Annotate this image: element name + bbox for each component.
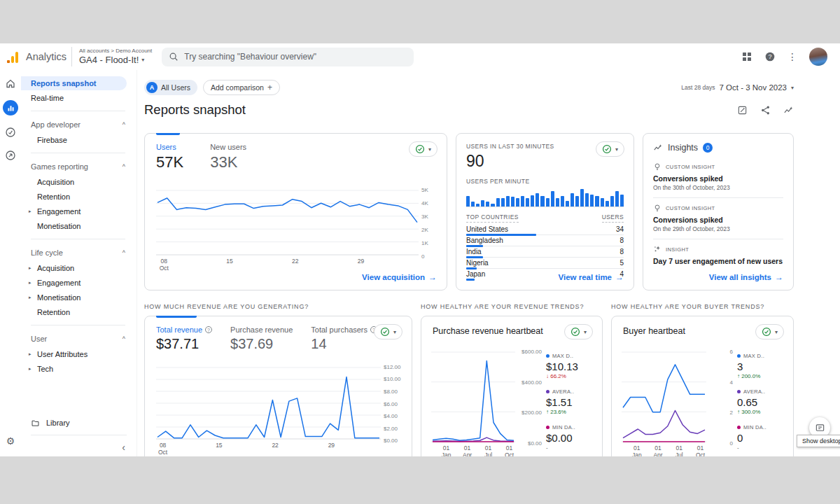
insight-item-0[interactable]: CUSTOM INSIGHTConversions spikedOn the 3… bbox=[653, 157, 783, 198]
metric-tab-new-users[interactable]: New users 33K bbox=[210, 143, 246, 172]
sidebar-item-retention[interactable]: Retention bbox=[21, 190, 136, 204]
data-quality-chip[interactable]: ▾ bbox=[596, 141, 624, 157]
metric-tab-purchase-revenue[interactable]: Purchase revenue $37.69 bbox=[230, 326, 293, 352]
per-minute-label: USERS PER MINUTE bbox=[466, 178, 624, 185]
help-icon[interactable]: ? bbox=[764, 51, 776, 62]
search-input[interactable] bbox=[184, 52, 407, 62]
user-avatar[interactable] bbox=[809, 48, 827, 66]
sidebar-section-label: Life cycle bbox=[31, 248, 63, 257]
y-tick-label: $6.00 bbox=[384, 400, 398, 407]
add-comparison-chip[interactable]: Add comparison + bbox=[203, 80, 280, 95]
countries-header: TOP COUNTRIES bbox=[466, 214, 519, 223]
sidebar-item-acquisition[interactable]: ▸Acquisition bbox=[21, 261, 136, 275]
sidebar-section-app-developer[interactable]: App developer^ bbox=[21, 117, 136, 132]
sidebar-item-acquisition[interactable]: Acquisition bbox=[21, 175, 136, 189]
x-tick-label: 01Oct bbox=[696, 445, 705, 456]
search-bar[interactable] bbox=[162, 48, 414, 66]
reports-sidebar: Reports snapshotReal-timeApp developer^F… bbox=[21, 70, 137, 456]
collapse-sidebar-button[interactable]: ‹ bbox=[21, 438, 136, 456]
insights-icon bbox=[653, 143, 663, 153]
country-name: India bbox=[466, 248, 624, 255]
arrow-right-icon: → bbox=[615, 272, 624, 282]
minute-bar bbox=[521, 196, 524, 206]
sidebar-item-label: Engagement bbox=[37, 207, 80, 216]
country-users-value: 8 bbox=[620, 237, 624, 244]
sidebar-item-library[interactable]: Library bbox=[21, 414, 136, 432]
insight-item-2[interactable]: INSIGHTDay 7 user engagement of new user… bbox=[653, 239, 783, 272]
metric-tab-total-revenue[interactable]: Total revenue? $37.71 bbox=[156, 326, 212, 352]
sidebar-item-monetisation[interactable]: Monetisation bbox=[21, 219, 136, 233]
sidebar-item-firebase[interactable]: Firebase bbox=[21, 133, 136, 147]
expand-arrow-icon: ▸ bbox=[29, 295, 31, 300]
sidebar-item-label: Firebase bbox=[37, 136, 67, 144]
account-property-selector[interactable]: All accounts > Demo Account GA4 - Flood-… bbox=[79, 48, 152, 65]
y-tick-label: $0.00 bbox=[528, 440, 542, 447]
sidebar-item-engagement[interactable]: ▸Engagement bbox=[21, 204, 136, 218]
admin-gear-icon[interactable]: ⚙ bbox=[6, 435, 15, 447]
metric-tab-total-purchasers[interactable]: Total purchasers? 14 bbox=[311, 326, 377, 352]
legend-dot bbox=[546, 390, 550, 393]
advertising-icon[interactable] bbox=[4, 149, 17, 162]
purchase-revenue-heartbeat-card: Purchase revenue heartbeat ▾ $600.00$400… bbox=[421, 316, 603, 456]
data-quality-chip[interactable]: ▾ bbox=[564, 324, 593, 340]
check-circle-icon bbox=[570, 327, 580, 337]
metric-tab-users[interactable]: Users 57K bbox=[156, 143, 183, 172]
explore-icon[interactable] bbox=[4, 126, 17, 139]
sidebar-item-monetisation[interactable]: ▸Monetisation bbox=[21, 290, 136, 304]
minute-bar bbox=[536, 193, 539, 206]
info-icon[interactable]: ? bbox=[205, 326, 212, 333]
minute-bar bbox=[575, 196, 579, 206]
sidebar-item-engagement[interactable]: ▸Engagement bbox=[21, 276, 136, 290]
sidebar-item-real-time[interactable]: Real-time bbox=[21, 91, 136, 105]
legend-label-row: MAX D.. bbox=[546, 353, 598, 359]
expand-arrow-icon: ▸ bbox=[29, 366, 31, 372]
minute-bar bbox=[606, 201, 609, 206]
reports-icon[interactable] bbox=[3, 100, 18, 115]
topbar-divider bbox=[71, 47, 72, 66]
check-circle-icon bbox=[380, 327, 390, 337]
realtime-card: USERS IN LAST 30 MINUTES 90 USERS PER MI… bbox=[456, 133, 634, 290]
y-tick-label: $12.00 bbox=[384, 364, 400, 370]
more-menu-icon[interactable]: ⋮ bbox=[788, 51, 797, 62]
share-icon[interactable] bbox=[760, 105, 771, 115]
insights-card: Insights 0 CUSTOM INSIGHTConversions spi… bbox=[643, 133, 794, 290]
legend-label-row: MAX D.. bbox=[737, 353, 789, 359]
all-users-chip[interactable]: A All Users bbox=[144, 80, 197, 95]
y-tick-label: 6 bbox=[730, 349, 733, 355]
view-acquisition-link[interactable]: View acquisition→ bbox=[362, 272, 437, 282]
chevron-down-icon: ▾ bbox=[791, 85, 794, 91]
view-realtime-link[interactable]: View real time→ bbox=[559, 272, 624, 282]
date-range-picker[interactable]: Last 28 days 7 Oct - 3 Nov 2023 ▾ bbox=[681, 83, 794, 92]
insight-subtitle: On the 29th of October, 2023 bbox=[653, 225, 783, 232]
analytics-logo[interactable]: Analytics bbox=[7, 50, 69, 63]
sidebar-section-life-cycle[interactable]: Life cycle^ bbox=[21, 245, 136, 260]
sidebar-section-user[interactable]: User^ bbox=[21, 331, 136, 346]
data-quality-chip[interactable]: ▾ bbox=[374, 324, 402, 340]
sidebar-item-tech[interactable]: ▸Tech bbox=[21, 362, 136, 376]
sidebar-item-retention[interactable]: Retention bbox=[21, 305, 136, 319]
sidebar-item-label: Tech bbox=[37, 365, 53, 373]
users-overview-card: Users 57K New users 33K ▾ bbox=[144, 133, 447, 290]
active-tab-indicator bbox=[156, 133, 180, 135]
data-quality-chip[interactable]: ▾ bbox=[755, 324, 784, 340]
legend-item-max-d: MAX D..$10.13↓ 66.2% bbox=[546, 353, 598, 379]
buyer-heartbeat-card: Buyer heartbeat ▾ 6420 01Jan01Apr01Jul01… bbox=[611, 316, 794, 456]
view-all-insights-link[interactable]: View all insights→ bbox=[709, 272, 783, 282]
customize-report-icon[interactable] bbox=[737, 105, 748, 115]
minute-bar bbox=[511, 197, 514, 206]
sidebar-item-user-attributes[interactable]: ▸User Attributes bbox=[21, 347, 136, 361]
minute-bar bbox=[540, 196, 544, 206]
main-content: A All Users Add comparison + Last 28 day… bbox=[137, 70, 840, 456]
apps-grid-icon[interactable] bbox=[741, 51, 752, 62]
data-quality-chip[interactable]: ▾ bbox=[409, 141, 438, 157]
minute-bar bbox=[471, 202, 475, 206]
insight-item-1[interactable]: CUSTOM INSIGHTConversions spikedOn the 2… bbox=[653, 198, 783, 239]
sidebar-section-games-reporting[interactable]: Games reporting^ bbox=[21, 159, 136, 174]
y-tick-label: 0 bbox=[730, 440, 733, 447]
home-icon[interactable] bbox=[4, 77, 17, 90]
insights-icon[interactable] bbox=[783, 105, 794, 115]
expand-arrow-icon: ▸ bbox=[29, 280, 31, 286]
x-tick-label: 01Jul bbox=[484, 445, 492, 456]
minute-bar bbox=[516, 198, 519, 206]
sidebar-item-reports-snapshot[interactable]: Reports snapshot bbox=[21, 76, 127, 90]
